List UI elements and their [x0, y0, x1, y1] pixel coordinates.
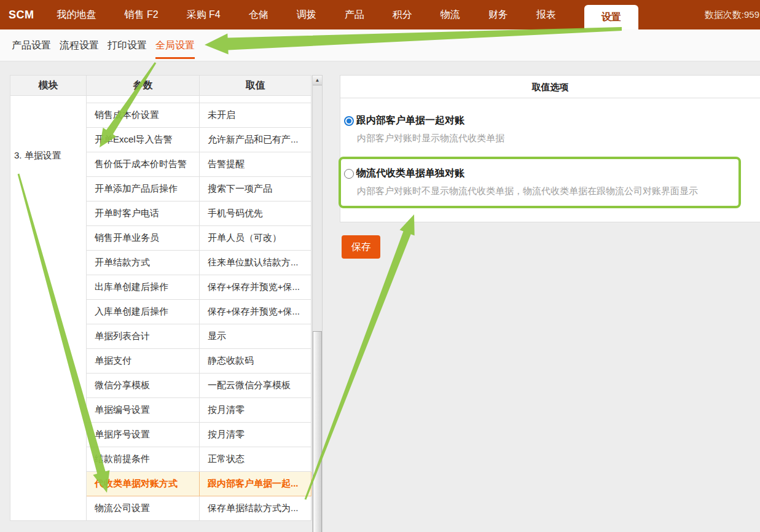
scroll-up-icon: ▲ — [315, 77, 320, 83]
scrollbar-thumb[interactable] — [313, 331, 322, 532]
option-label[interactable]: 跟内部客户单据一起对账 — [356, 114, 464, 127]
settings-tab-bar: 产品设置 流程设置 打印设置 全局设置 — [0, 29, 760, 61]
data-count-label: 数据次数:959 — [705, 9, 760, 21]
panel-title: 取值选项 — [340, 76, 760, 98]
param-cell[interactable]: 结款前提条件 — [87, 447, 200, 472]
settings-parameter-table: 模块 参数 取值 3. 单据设置 销售成本价设置未开启 开单Excel导入告警允… — [10, 75, 311, 521]
option-reconcile-with-internal[interactable]: 跟内部客户单据一起对账 内部客户对账时显示物流代收类单据 — [344, 114, 760, 144]
param-cell[interactable]: 物流公司设置 — [87, 496, 200, 521]
app-logo: SCM — [0, 9, 43, 22]
value-cell[interactable]: 正常状态 — [200, 447, 311, 472]
param-cell[interactable]: 单据编号设置 — [87, 398, 200, 423]
param-cell[interactable]: 销售成本价设置 — [87, 103, 200, 128]
nav-item-sales[interactable]: 销售 F2 — [125, 9, 159, 22]
top-navigation-bar: SCM 我的地盘 销售 F2 采购 F4 仓储 调拨 产品 积分 物流 财务 报… — [0, 0, 760, 29]
nav-item-transfer[interactable]: 调拨 — [297, 9, 316, 22]
tab-product-settings[interactable]: 产品设置 — [12, 29, 51, 61]
value-cell[interactable]: 往来单位默认结款方... — [200, 251, 311, 275]
value-cell[interactable]: 按月清零 — [200, 398, 311, 423]
module-cell: 3. 单据设置 — [10, 96, 87, 521]
nav-item-reports[interactable]: 报表 — [536, 9, 556, 22]
option-label[interactable]: 物流代收类单据单独对账 — [356, 167, 464, 180]
value-cell[interactable]: 保存+保存并预览+保... — [200, 275, 311, 300]
save-button[interactable]: 保存 — [342, 235, 380, 259]
table-row-partial: 3. 单据设置 — [10, 96, 311, 103]
nav-item-purchase[interactable]: 采购 F4 — [187, 9, 221, 22]
option-description: 内部客户对账时显示物流代收类单据 — [357, 133, 760, 144]
value-cell[interactable]: 按月清零 — [200, 423, 311, 447]
column-header-param: 参数 — [87, 76, 200, 96]
nav-item-warehouse[interactable]: 仓储 — [249, 9, 268, 22]
tab-print-settings[interactable]: 打印设置 — [108, 29, 147, 61]
param-cell[interactable]: 开单Excel导入告警 — [87, 128, 200, 152]
value-cell[interactable]: 未开启 — [200, 103, 311, 128]
param-cell[interactable]: 单据支付 — [87, 349, 200, 374]
radio-unselected-icon[interactable] — [344, 169, 354, 179]
nav-item-my-area[interactable]: 我的地盘 — [57, 9, 96, 22]
module-label: 3. 单据设置 — [14, 150, 61, 162]
value-cell[interactable]: 告警提醒 — [200, 152, 311, 177]
param-cell-selected[interactable]: 代收类单据对账方式 — [87, 472, 200, 496]
value-cell-selected[interactable]: 跟内部客户单据一起... — [200, 472, 311, 496]
param-cell[interactable]: 入库单创建后操作 — [87, 300, 200, 324]
column-header-value: 取值 — [200, 76, 311, 96]
param-cell[interactable]: 微信分享模板 — [87, 374, 200, 398]
radio-selected-icon[interactable] — [344, 116, 354, 126]
nav-item-product[interactable]: 产品 — [345, 9, 364, 22]
value-cell[interactable]: 显示 — [200, 324, 311, 349]
tab-process-settings[interactable]: 流程设置 — [60, 29, 99, 61]
scrollbar-up-button[interactable]: ▲ — [313, 76, 322, 85]
column-header-module: 模块 — [10, 76, 87, 96]
param-cell[interactable]: 单据列表合计 — [87, 324, 200, 349]
value-cell[interactable]: 手机号码优先 — [200, 201, 311, 226]
param-cell[interactable]: 销售开单业务员 — [87, 226, 200, 251]
value-cell[interactable]: 保存+保存并预览+保... — [200, 300, 311, 324]
param-cell[interactable]: 开单添加产品后操作 — [87, 177, 200, 201]
table-header-row: 模块 参数 取值 — [10, 76, 311, 96]
nav-item-finance[interactable]: 财务 — [488, 9, 508, 22]
value-cell[interactable]: 一配云微信分享模板 — [200, 374, 311, 398]
param-cell[interactable]: 单据序号设置 — [87, 423, 200, 447]
option-description: 内部客户对账时不显示物流代收类单据，物流代收类单据在跟物流公司对账界面显示 — [357, 186, 760, 197]
param-cell[interactable]: 开单结款方式 — [87, 251, 200, 275]
nav-item-points[interactable]: 积分 — [393, 9, 412, 22]
nav-item-settings-active[interactable]: 设置 — [584, 5, 638, 29]
nav-item-logistics[interactable]: 物流 — [441, 9, 460, 22]
tab-global-settings-active[interactable]: 全局设置 — [155, 29, 195, 61]
option-reconcile-separately[interactable]: 物流代收类单据单独对账 内部客户对账时不显示物流代收类单据，物流代收类单据在跟物… — [344, 167, 760, 197]
value-cell[interactable]: 静态收款码 — [200, 349, 311, 374]
value-cell[interactable]: 搜索下一项产品 — [200, 177, 311, 201]
value-cell[interactable]: 开单人员（可改） — [200, 226, 311, 251]
value-cell[interactable]: 保存单据结款方式为... — [200, 496, 311, 521]
param-cell[interactable]: 开单时客户电话 — [87, 201, 200, 226]
param-cell[interactable]: 售价低于成本价时告警 — [87, 152, 200, 177]
value-cell[interactable]: 允许新产品和已有产... — [200, 128, 311, 152]
value-options-panel: 取值选项 跟内部客户单据一起对账 内部客户对账时显示物流代收类单据 物流代收类单… — [340, 75, 760, 222]
param-cell[interactable]: 出库单创建后操作 — [87, 275, 200, 300]
table-scrollbar[interactable]: ▲ — [312, 75, 323, 532]
